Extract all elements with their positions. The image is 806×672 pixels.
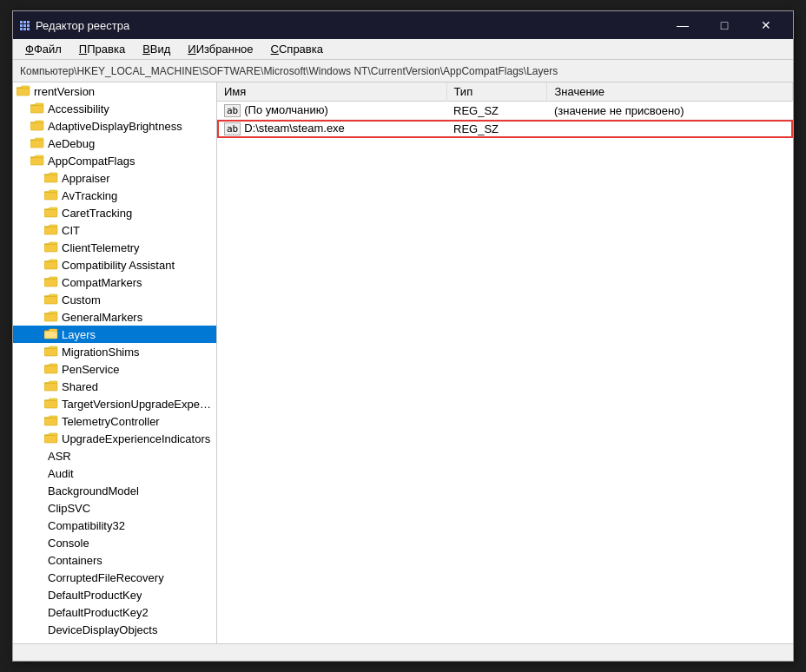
tree-item-label: Appraiser xyxy=(62,172,110,185)
svg-rect-20 xyxy=(44,435,57,443)
reg-name-text: D:\steam\steam.exe xyxy=(244,122,345,135)
table-row[interactable]: abD:\steam\steam.exeREG_SZ xyxy=(217,120,793,138)
svg-rect-3 xyxy=(30,140,43,148)
folder-icon xyxy=(44,414,58,429)
tree-item[interactable]: ClipSVC xyxy=(13,499,216,517)
menu-help[interactable]: ССправка xyxy=(262,39,332,59)
tree-item[interactable]: Compatibility Assistant xyxy=(13,256,216,273)
tree-item[interactable]: Containers xyxy=(13,551,216,569)
minimize-button[interactable]: — xyxy=(663,11,703,39)
tree-item-label: ClipSVC xyxy=(48,502,90,515)
tree-item[interactable]: CorruptedFileRecovery xyxy=(13,569,216,586)
svg-rect-13 xyxy=(44,313,57,321)
svg-rect-9 xyxy=(44,244,57,252)
svg-rect-15 xyxy=(44,348,57,356)
table-row[interactable]: ab(По умолчанию)REG_SZ(значение не присв… xyxy=(217,102,793,120)
registry-tree[interactable]: rrentVersion Accessibility AdaptiveDispl… xyxy=(13,82,217,643)
folder-icon xyxy=(17,84,30,99)
tree-item[interactable]: BackgroundModel xyxy=(13,482,216,499)
tree-item[interactable]: DeviceDisplayObjects xyxy=(13,621,216,638)
tree-item-label: DefaultProductKey2 xyxy=(48,606,149,619)
reg-type-cell: REG_SZ xyxy=(446,120,547,138)
tree-item-label: GeneralMarkers xyxy=(62,311,142,324)
folder-icon xyxy=(44,223,58,238)
tree-item[interactable]: Appraiser xyxy=(13,169,216,187)
tree-item[interactable]: Accessibility xyxy=(13,100,216,117)
tree-item[interactable]: CIT xyxy=(13,221,216,239)
tree-item[interactable]: Console xyxy=(13,534,216,551)
svg-rect-8 xyxy=(44,227,57,234)
tree-item[interactable]: AdaptiveDisplayBrightness xyxy=(13,117,216,135)
svg-rect-11 xyxy=(44,279,57,287)
tree-item-label: CIT xyxy=(62,224,80,237)
reg-type-icon: ab xyxy=(224,104,241,117)
reg-name-cell: abD:\steam\steam.exe xyxy=(217,120,446,138)
tree-item[interactable]: Audit xyxy=(13,464,216,482)
folder-icon xyxy=(30,154,44,168)
tree-item-label: AppCompatFlags xyxy=(48,155,135,168)
menu-view[interactable]: ВВид xyxy=(134,39,179,59)
tree-item[interactable]: DefaultProductKey xyxy=(13,586,216,603)
folder-icon xyxy=(44,362,58,377)
folder-icon xyxy=(44,293,58,307)
tree-item-label: CompatMarkers xyxy=(62,276,142,289)
svg-rect-14 xyxy=(44,331,57,339)
tree-item[interactable]: CompatMarkers xyxy=(13,273,216,291)
tree-item[interactable]: TelemetryController xyxy=(13,412,216,430)
registry-editor-window: Редактор реестра — □ ✕ ФФайл ППравка ВВи… xyxy=(12,10,794,662)
svg-rect-19 xyxy=(44,418,57,425)
tree-item[interactable]: AppCompatFlags xyxy=(13,152,216,169)
tree-item[interactable]: AvTracking xyxy=(13,187,216,204)
tree-item[interactable]: Layers xyxy=(13,326,216,343)
tree-item[interactable]: TargetVersionUpgradeExperienceI... xyxy=(13,395,216,412)
tree-item[interactable]: Shared xyxy=(13,378,216,395)
svg-rect-1 xyxy=(30,105,43,113)
tree-item[interactable]: rrentVersion xyxy=(13,82,216,100)
title-bar: Редактор реестра — □ ✕ xyxy=(13,11,793,39)
folder-icon xyxy=(44,327,58,342)
svg-rect-2 xyxy=(30,122,43,130)
tree-item-label: AvTracking xyxy=(62,189,117,202)
registry-values[interactable]: Имя Тип Значение ab(По умолчанию)REG_SZ(… xyxy=(217,82,793,643)
status-bar xyxy=(13,643,793,661)
address-bar: Компьютер\HKEY_LOCAL_MACHINE\SOFTWARE\Mi… xyxy=(13,60,793,82)
tree-item[interactable]: GeneralMarkers xyxy=(13,308,216,326)
folder-icon xyxy=(44,310,58,325)
tree-item[interactable]: ASR xyxy=(13,447,216,464)
folder-icon xyxy=(44,275,58,290)
tree-item[interactable]: Custom xyxy=(13,291,216,308)
folder-icon xyxy=(44,432,58,446)
window-controls: — □ ✕ xyxy=(663,11,786,39)
window-title: Редактор реестра xyxy=(36,19,663,32)
tree-item-label: ClientTelemetry xyxy=(62,241,140,254)
tree-item[interactable]: ClientTelemetry xyxy=(13,239,216,256)
values-table: Имя Тип Значение ab(По умолчанию)REG_SZ(… xyxy=(217,82,793,138)
reg-name-text: (По умолчанию) xyxy=(244,103,328,116)
folder-icon xyxy=(30,102,44,116)
tree-item-label: TelemetryController xyxy=(62,415,160,428)
tree-item[interactable]: DefaultProductKey2 xyxy=(13,603,216,621)
svg-rect-0 xyxy=(17,88,30,96)
address-text: Компьютер\HKEY_LOCAL_MACHINE\SOFTWARE\Mi… xyxy=(20,65,558,77)
svg-rect-10 xyxy=(44,261,57,269)
tree-item[interactable]: MigrationShims xyxy=(13,343,216,360)
tree-item[interactable]: PenService xyxy=(13,360,216,378)
svg-rect-12 xyxy=(44,296,57,304)
tree-item[interactable]: CaretTracking xyxy=(13,204,216,221)
tree-item-label: BackgroundModel xyxy=(48,484,139,497)
tree-item-label: ASR xyxy=(48,450,71,463)
maximize-button[interactable]: □ xyxy=(704,11,744,39)
folder-icon xyxy=(44,206,58,221)
svg-rect-4 xyxy=(30,157,43,165)
tree-item-label: Layers xyxy=(62,328,96,341)
svg-rect-18 xyxy=(44,400,57,408)
tree-item[interactable]: Compatibility32 xyxy=(13,517,216,534)
menu-favorites[interactable]: ИИзбранное xyxy=(179,39,261,59)
menu-edit[interactable]: ППравка xyxy=(70,39,134,59)
tree-item[interactable]: AeDebug xyxy=(13,135,216,152)
tree-item-label: AeDebug xyxy=(48,137,95,150)
tree-item-label: AdaptiveDisplayBrightness xyxy=(48,120,182,133)
menu-file[interactable]: ФФайл xyxy=(17,39,70,59)
tree-item[interactable]: UpgradeExperienceIndicators xyxy=(13,430,216,447)
close-button[interactable]: ✕ xyxy=(746,11,786,39)
